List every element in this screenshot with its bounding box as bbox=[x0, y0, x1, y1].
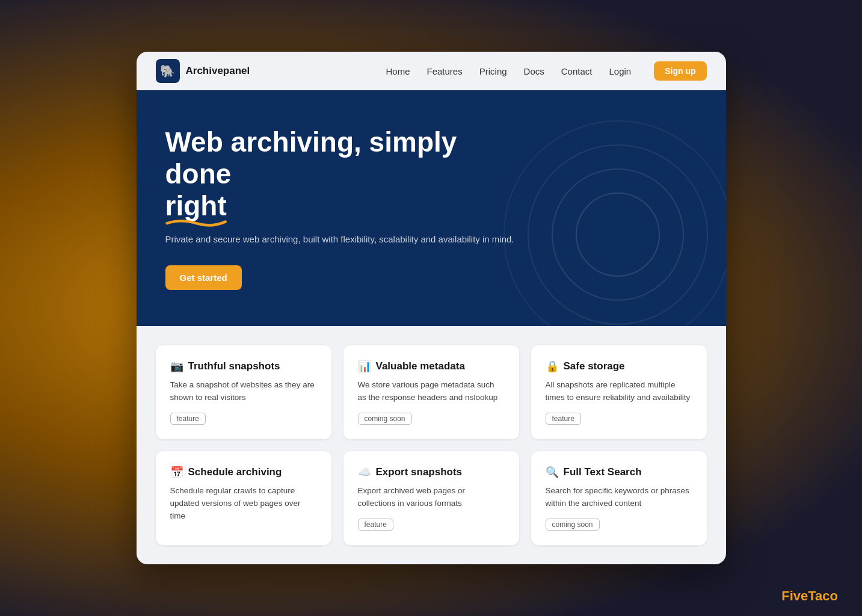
underline-decoration bbox=[165, 217, 227, 226]
feature-badge-search: coming soon bbox=[546, 519, 600, 531]
hero-title-highlight: right bbox=[165, 190, 227, 222]
nav-features[interactable]: Features bbox=[427, 66, 463, 76]
hero-title: Web archiving, simply done right bbox=[165, 126, 514, 222]
feature-desc-truthful: Take a snapshot of websites as they are … bbox=[170, 379, 317, 404]
hero-subtitle: Private and secure web archiving, built … bbox=[165, 233, 514, 247]
lock-icon: 🔒 bbox=[546, 360, 559, 373]
main-container: 🐘 Archivepanel Home Features Pricing Doc… bbox=[137, 52, 726, 564]
feature-card-schedule-archiving: 📅 Schedule archiving Schedule regular cr… bbox=[156, 451, 331, 545]
camera-icon: 📷 bbox=[170, 360, 183, 373]
feature-card-safe-storage: 🔒 Safe storage All snapshots are replica… bbox=[531, 345, 707, 439]
hero-decorative-circles bbox=[485, 102, 726, 326]
calendar-icon: 📅 bbox=[170, 466, 183, 479]
logo-name: Archivepanel bbox=[186, 65, 250, 77]
feature-title-storage: Safe storage bbox=[564, 360, 625, 372]
feature-badge-truthful: feature bbox=[170, 413, 206, 425]
feature-desc-export: Export archived web pages or collections… bbox=[358, 485, 505, 510]
search-icon: 🔍 bbox=[546, 466, 559, 479]
feature-title-truthful: Truthful snapshots bbox=[188, 360, 280, 372]
nav-docs[interactable]: Docs bbox=[524, 66, 544, 76]
nav-pricing[interactable]: Pricing bbox=[479, 66, 507, 76]
hero-content: Web archiving, simply done right Private… bbox=[165, 126, 514, 290]
feature-title-schedule: Schedule archiving bbox=[188, 466, 282, 478]
nav-contact[interactable]: Contact bbox=[561, 66, 593, 76]
features-section: 📷 Truthful snapshots Take a snapshot of … bbox=[137, 326, 726, 564]
watermark-part1: Five bbox=[781, 588, 808, 603]
feature-card-export-snapshots: ☁️ Export snapshots Export archived web … bbox=[343, 451, 519, 545]
feature-title-export: Export snapshots bbox=[376, 466, 463, 478]
navbar: 🐘 Archivepanel Home Features Pricing Doc… bbox=[137, 52, 726, 90]
watermark-part2: Taco bbox=[808, 588, 838, 603]
feature-card-valuable-metadata: 📊 Valuable metadata We store various pag… bbox=[343, 345, 519, 439]
get-started-button[interactable]: Get started bbox=[165, 265, 242, 290]
feature-desc-schedule: Schedule regular crawls to capture updat… bbox=[170, 485, 317, 523]
nav-links: Home Features Pricing Docs Contact Login… bbox=[386, 61, 707, 81]
nav-home[interactable]: Home bbox=[386, 66, 410, 76]
feature-desc-search: Search for specific keywords or phrases … bbox=[546, 485, 692, 510]
watermark: FiveTaco bbox=[781, 588, 838, 604]
feature-desc-metadata: We store various page metadata such as t… bbox=[358, 379, 505, 404]
cloud-icon: ☁️ bbox=[358, 466, 371, 479]
feature-badge-export: feature bbox=[358, 519, 393, 531]
feature-badge-storage: feature bbox=[546, 413, 581, 425]
nav-login[interactable]: Login bbox=[609, 66, 631, 76]
logo-area: 🐘 Archivepanel bbox=[156, 59, 250, 83]
chart-icon: 📊 bbox=[358, 360, 371, 373]
feature-card-full-text-search: 🔍 Full Text Search Search for specific k… bbox=[531, 451, 707, 545]
features-grid: 📷 Truthful snapshots Take a snapshot of … bbox=[156, 345, 707, 545]
feature-badge-metadata: coming soon bbox=[358, 413, 412, 425]
feature-card-truthful-snapshots: 📷 Truthful snapshots Take a snapshot of … bbox=[156, 345, 331, 439]
feature-title-search: Full Text Search bbox=[564, 466, 642, 478]
signup-button[interactable]: Sign up bbox=[654, 61, 706, 81]
hero-section: Web archiving, simply done right Private… bbox=[137, 90, 726, 326]
feature-desc-storage: All snapshots are replicated multiple ti… bbox=[546, 379, 692, 404]
feature-title-metadata: Valuable metadata bbox=[376, 360, 465, 372]
logo-icon: 🐘 bbox=[156, 59, 180, 83]
